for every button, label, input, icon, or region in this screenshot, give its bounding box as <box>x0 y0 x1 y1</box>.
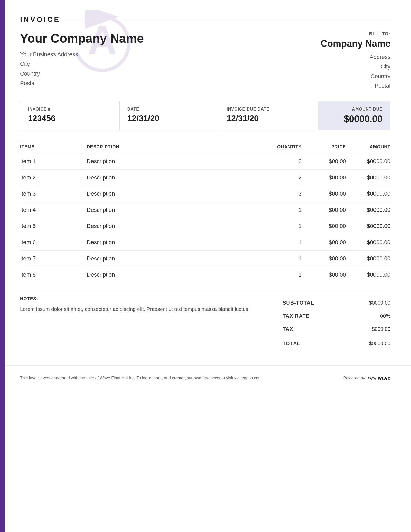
bill-to-section: BILL TO: Company Name Address City Count… <box>321 31 390 91</box>
invoice-number-cell: INVOICE # 123456 <box>20 101 120 130</box>
table-row: Item 8 Description 1 $00.00 $0000.00 <box>20 267 390 283</box>
item-qty-7: 1 <box>257 250 302 267</box>
invoice-number-value: 123456 <box>28 114 112 123</box>
bill-to-city: City <box>321 62 390 71</box>
item-price-1: $00.00 <box>302 153 346 169</box>
subtotal-label: SUB-TOTAL <box>283 300 314 306</box>
item-desc-8: Description <box>87 267 257 283</box>
invoice-number-label: INVOICE # <box>28 107 112 112</box>
amount-due-cell: AMOUNT DUE $0000.00 <box>318 101 390 130</box>
watermark-logo: A <box>69 10 136 77</box>
item-desc-4: Description <box>87 202 257 218</box>
item-price-3: $00.00 <box>302 186 346 202</box>
notes-label: NOTES: <box>20 296 267 301</box>
item-amount-2: $0000.00 <box>346 169 390 186</box>
footer-section: NOTES: Lorem ipsum dolor sit amet, conse… <box>20 291 390 350</box>
header-amount: AMOUNT <box>346 141 390 153</box>
date-cell: DATE 12/31/20 <box>120 101 219 130</box>
header-price: PRICE <box>302 141 346 153</box>
total-row: TOTAL $0000.00 <box>283 337 390 350</box>
bill-to-country: Country <box>321 71 390 81</box>
item-desc-7: Description <box>87 250 257 267</box>
totals-section: SUB-TOTAL $0000.00 TAX RATE 00% TAX $000… <box>283 296 390 350</box>
table-row: Item 6 Description 1 $00.00 $0000.00 <box>20 234 390 250</box>
item-name-5: Item 5 <box>20 218 87 234</box>
item-qty-4: 1 <box>257 202 302 218</box>
item-amount-8: $0000.00 <box>346 267 390 283</box>
item-price-7: $00.00 <box>302 250 346 267</box>
item-qty-6: 1 <box>257 234 302 250</box>
invoice-title: INVOICE <box>20 15 60 24</box>
wave-label: wave <box>378 375 390 381</box>
due-date-label: INVOICE DUE DATE <box>227 107 310 112</box>
item-amount-6: $0000.00 <box>346 234 390 250</box>
page-footer: This invoice was generated with the help… <box>5 365 411 390</box>
table-row: Item 3 Description 3 $00.00 $0000.00 <box>20 186 390 202</box>
item-name-8: Item 8 <box>20 267 87 283</box>
table-row: Item 4 Description 1 $00.00 $0000.00 <box>20 202 390 218</box>
item-qty-5: 1 <box>257 218 302 234</box>
bill-to-address: Address <box>321 52 390 62</box>
item-price-5: $00.00 <box>302 218 346 234</box>
item-desc-2: Description <box>87 169 257 186</box>
sender-postal: Postal <box>20 78 144 88</box>
invoice-meta: INVOICE # 123456 DATE 12/31/20 INVOICE D… <box>20 101 390 130</box>
item-price-8: $00.00 <box>302 267 346 283</box>
item-qty-3: 3 <box>257 186 302 202</box>
item-qty-1: 3 <box>257 153 302 169</box>
bill-to-postal: Postal <box>321 81 390 90</box>
tax-value: $000.00 <box>372 326 390 332</box>
date-value: 12/31/20 <box>127 114 211 123</box>
item-name-7: Item 7 <box>20 250 87 267</box>
table-row: Item 1 Description 3 $00.00 $0000.00 <box>20 153 390 169</box>
tax-row: TAX $000.00 <box>283 323 390 336</box>
header-items: ITEMS <box>20 141 87 153</box>
item-amount-3: $0000.00 <box>346 186 390 202</box>
item-amount-4: $0000.00 <box>346 202 390 218</box>
table-row: Item 2 Description 2 $00.00 $0000.00 <box>20 169 390 186</box>
table-row: Item 5 Description 1 $00.00 $0000.00 <box>20 218 390 234</box>
subtotal-row: SUB-TOTAL $0000.00 <box>283 296 390 309</box>
item-qty-2: 2 <box>257 169 302 186</box>
item-desc-6: Description <box>87 234 257 250</box>
accent-bar <box>0 0 5 532</box>
item-desc-3: Description <box>87 186 257 202</box>
svg-text:A: A <box>88 17 117 62</box>
item-name-4: Item 4 <box>20 202 87 218</box>
tax-label: TAX <box>283 326 293 332</box>
bill-to-company: Company Name <box>321 38 390 49</box>
tax-rate-value: 00% <box>380 313 390 319</box>
wave-logo: wave <box>368 373 390 383</box>
item-amount-1: $0000.00 <box>346 153 390 169</box>
item-amount-7: $0000.00 <box>346 250 390 267</box>
item-price-2: $00.00 <box>302 169 346 186</box>
subtotal-value: $0000.00 <box>369 300 390 306</box>
total-label: TOTAL <box>283 341 301 346</box>
item-qty-8: 1 <box>257 267 302 283</box>
wave-icon <box>368 373 377 383</box>
notes-text: Lorem ipsum dolor sit amet, consectetur … <box>20 305 267 313</box>
header-description: DESCRIPTION <box>87 141 257 153</box>
header-quantity: QUANTITY <box>257 141 302 153</box>
total-value: $0000.00 <box>369 341 390 346</box>
powered-by: Powered by wave <box>343 373 390 383</box>
date-label: DATE <box>127 107 211 112</box>
item-name-6: Item 6 <box>20 234 87 250</box>
powered-by-text: Powered by <box>343 376 365 380</box>
items-section: ITEMS DESCRIPTION QUANTITY PRICE AMOUNT … <box>20 141 390 283</box>
item-price-4: $00.00 <box>302 202 346 218</box>
item-price-6: $00.00 <box>302 234 346 250</box>
amount-due-label: AMOUNT DUE <box>326 107 382 112</box>
item-name-1: Item 1 <box>20 153 87 169</box>
table-row: Item 7 Description 1 $00.00 $0000.00 <box>20 250 390 267</box>
item-desc-5: Description <box>87 218 257 234</box>
item-amount-5: $0000.00 <box>346 218 390 234</box>
bill-to-label: BILL TO: <box>321 31 390 37</box>
amount-due-value: $0000.00 <box>326 114 382 124</box>
table-header-row: ITEMS DESCRIPTION QUANTITY PRICE AMOUNT <box>20 141 390 153</box>
tax-rate-label: TAX RATE <box>283 313 310 319</box>
item-name-3: Item 3 <box>20 186 87 202</box>
tax-rate-row: TAX RATE 00% <box>283 309 390 323</box>
item-name-2: Item 2 <box>20 169 87 186</box>
notes-section: NOTES: Lorem ipsum dolor sit amet, conse… <box>20 296 283 313</box>
